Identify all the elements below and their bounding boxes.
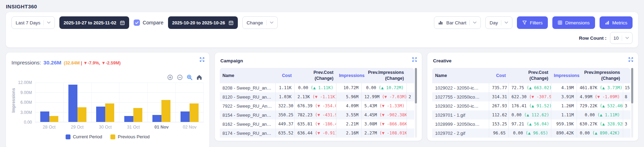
zoom-out-icon[interactable] <box>177 74 183 80</box>
chevron-down-icon <box>47 21 51 24</box>
prev-cost-value: 0.00 <box>298 85 311 90</box>
cell-prev-cost-change: 0.00 (▲ 96.65) <box>509 129 551 138</box>
column-header-prev-impressions-change[interactable]: Prev.Impressions (Change) <box>361 68 407 83</box>
dimensions-button[interactable]: Dimensions <box>552 16 595 29</box>
creative-table-wrap: NameCostPrev.Cost (Change)ImpressionsPre… <box>432 68 633 138</box>
cell-prev-impressions-change: 2.27M (▼ -108.01K) <box>361 129 407 138</box>
table-row[interactable]: 8154 - Sweep_RU_an…350.25782.23 (▼ -431.… <box>220 110 415 119</box>
metrics-button[interactable]: Metrics <box>600 16 633 29</box>
prev-impressions-value: 0.00 <box>580 131 592 136</box>
impressions-change-value: (▲ 532.46K) <box>600 103 623 108</box>
table-row[interactable]: 7922 - Sweep_RU_An…322.30676.39 (▼ -354.… <box>220 101 415 110</box>
previous-period-bar[interactable] <box>77 107 86 122</box>
column-header-impressions[interactable]: Impressions <box>336 68 361 83</box>
impressions-change-value: (▼ -902.38K) <box>379 113 407 117</box>
previous-period-bar[interactable] <box>133 108 142 122</box>
column-header-name[interactable]: Name <box>432 68 489 83</box>
chart-type-value: Bar Chart <box>446 20 466 25</box>
bar-chart: Impressions 12.00M9.00M6.00M3.00M0.00 <box>11 83 204 122</box>
table-row[interactable]: 1029701 - 1.gif112.620.00 (▲ 112.62)1.11… <box>432 110 630 119</box>
column-header-prev-cost-change[interactable]: Prev.Cost (Change) <box>509 68 551 83</box>
cell-name: 1027755 - 32050ico… <box>432 92 489 101</box>
cell-impressions: 959.19K <box>551 119 577 129</box>
table-row[interactable]: 8174 - Sweep_RU_an…635.52636.44 (▼ -0.91… <box>220 129 415 138</box>
legend-item[interactable]: Current Period <box>66 134 102 139</box>
cell-prev-impressions-change: 461.87K (▲ 3.73M) <box>577 83 623 92</box>
impressions-chart-panel: Impressions: 30.26M (32.84M | ▼-7.9%, ▼-… <box>6 53 209 147</box>
prev-cost-value: 0.00 <box>511 113 524 117</box>
scrollbar-thumb[interactable] <box>415 68 417 103</box>
cell-overflow <box>407 101 414 110</box>
zoom-in-icon[interactable] <box>167 74 173 80</box>
row-count-select[interactable]: 10 <box>610 32 633 44</box>
vertical-scrollbar[interactable] <box>631 68 633 138</box>
cell-cost: 635.52 <box>275 129 294 138</box>
cell-overflow <box>407 129 414 138</box>
cell-name: 1029702 - 2.gif <box>432 129 489 138</box>
change-mode-select[interactable]: Change <box>242 16 277 29</box>
chart-plot[interactable] <box>35 83 204 122</box>
table-row[interactable]: 1029022 - 32050-ic…735.7772.75 (▲ 663.02… <box>432 83 630 92</box>
legend-item[interactable]: Previous Period <box>110 134 150 139</box>
column-header-prev-cost-change[interactable]: Prev.Cost (Change) <box>294 68 336 83</box>
current-date-range-picker[interactable]: 2025-10-27 to 2025-11-02 <box>59 16 129 29</box>
prev-cost-value: 676.39 <box>298 103 315 108</box>
cell-name: 8154 - Sweep_RU_an… <box>220 110 275 119</box>
scrollbar-thumb[interactable] <box>631 68 633 103</box>
table-row[interactable]: 1029702 - 2.gif96.650.00 (▲ 96.65)890.42… <box>432 129 630 138</box>
table-row[interactable]: 1027755 - 32050ico…314.31622.30 (▼ -307.… <box>432 92 630 101</box>
column-header-cost[interactable]: Cost <box>489 68 509 83</box>
cell-overflow <box>407 119 414 129</box>
home-icon[interactable] <box>196 74 202 80</box>
chart-summary: Impressions: 30.26M (32.84M | ▼-7.9%, ▼-… <box>11 60 204 66</box>
chart-type-select[interactable]: Bar Chart <box>434 16 481 29</box>
table-row[interactable]: 8208 - Sweep_RU_an…1.11K0.00 (▲ 1.11K)10… <box>220 83 415 92</box>
compare-checkbox[interactable] <box>134 20 140 26</box>
previous-period-bar[interactable] <box>105 103 114 122</box>
prev-cost-value: 622.30 <box>511 94 529 99</box>
expand-icon[interactable] <box>412 57 417 62</box>
table-row[interactable]: 1029302 - 32050-ic…267.93176.41 (▲ 91.52… <box>432 101 630 110</box>
current-period-bar[interactable] <box>96 107 105 122</box>
filters-button[interactable]: Filters <box>517 16 548 29</box>
prev-impressions-value: 461.87K <box>580 85 600 90</box>
impressions-change-value: (▼ -866.86K) <box>379 122 407 126</box>
column-header-impressions[interactable]: Impressions <box>551 68 577 83</box>
cell-impressions: 890.42K <box>551 129 577 138</box>
impressions-change-value: (▲ 890.42K) <box>592 131 620 136</box>
cell-overflow <box>407 83 414 92</box>
current-period-bar[interactable] <box>40 111 49 122</box>
cost-change-value: (▲ 663.02) <box>527 85 551 90</box>
granularity-select[interactable]: Day <box>485 16 512 29</box>
current-period-bar[interactable] <box>152 115 161 122</box>
calendar-icon <box>120 20 125 25</box>
column-header-prev-impressions-change[interactable]: Prev.Impressions (Change) <box>577 68 623 83</box>
previous-period-bar[interactable] <box>190 103 199 122</box>
table-row[interactable]: 1028999 - 32050ico…153.2597.21 (▲ 56.04)… <box>432 119 630 129</box>
previous-period-bar[interactable] <box>49 116 58 122</box>
column-header-name[interactable]: Name <box>220 68 275 83</box>
date-preset-select[interactable]: Last 7 Days <box>11 16 55 29</box>
current-period-bar[interactable] <box>124 116 133 122</box>
expand-icon[interactable] <box>628 57 634 62</box>
current-period-bar[interactable] <box>181 111 190 122</box>
table-row[interactable]: 8162 - Sweep_RU_an…449.37635.81 (▼ -186.… <box>220 119 415 129</box>
vertical-scrollbar[interactable] <box>415 68 417 138</box>
current-period-bar[interactable] <box>68 85 77 122</box>
impressions-change-value: (▼ -1.09M) <box>595 94 620 99</box>
expand-icon[interactable] <box>199 57 205 62</box>
cell-prev-cost-change: 622.30 (▼ -307.99) <box>509 92 551 101</box>
compare-toggle[interactable]: Compare <box>134 20 164 26</box>
cell-prev-cost-change: 2.13K (▼ -1.11K) <box>294 92 336 101</box>
table-row[interactable]: 8120 - Sweep_RU_an…1.03K2.13K (▼ -1.11K)… <box>220 92 415 101</box>
y-tick-label: 3.00M <box>20 110 32 115</box>
data-zoom-icon[interactable] <box>186 74 193 80</box>
column-header-cost[interactable]: Cost <box>275 68 294 83</box>
previous-date-range-picker[interactable]: 2025-10-20 to 2025-10-26 <box>168 16 238 29</box>
cell-prev-impressions-change: 12.99M (▼ -7.03M) <box>361 92 407 101</box>
campaign-panel: Campaign NameCostPrev.Cost (Change)Impre… <box>215 53 422 141</box>
cell-prev-cost-change: 0.00 (▲ 1.11K) <box>294 83 336 92</box>
previous-period-bar[interactable] <box>161 100 170 122</box>
calendar-icon <box>228 20 234 25</box>
legend-label: Previous Period <box>118 134 150 139</box>
